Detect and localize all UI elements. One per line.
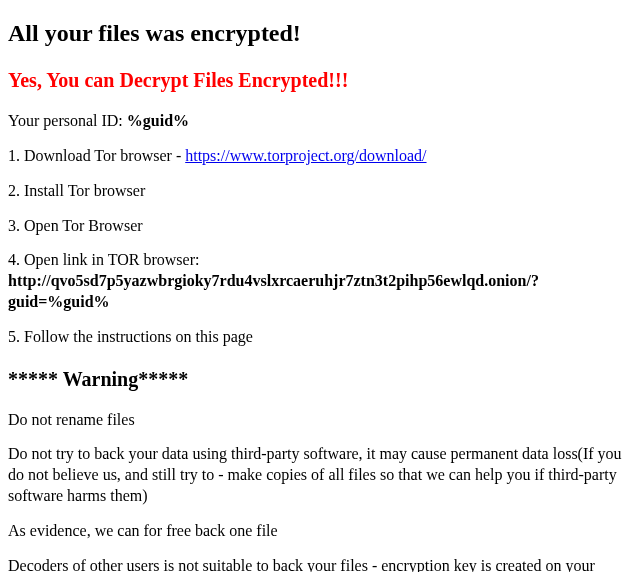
personal-id-prefix: Your personal ID: bbox=[8, 112, 127, 129]
step-1-prefix: 1. Download Tor browser - bbox=[8, 147, 185, 164]
warning-line-2: Do not try to back your data using third… bbox=[8, 444, 635, 506]
step-4-intro: 4. Open link in TOR browser: bbox=[8, 251, 199, 268]
step-2: 2. Install Tor browser bbox=[8, 181, 635, 202]
personal-id-line: Your personal ID: %guid% bbox=[8, 111, 635, 132]
step-5: 5. Follow the instructions on this page bbox=[8, 327, 635, 348]
step-3: 3. Open Tor Browser bbox=[8, 216, 635, 237]
page-title: All your files was encrypted! bbox=[8, 18, 635, 49]
step-1: 1. Download Tor browser - https://www.to… bbox=[8, 146, 635, 167]
warning-line-1: Do not rename files bbox=[8, 410, 635, 431]
warning-line-3: As evidence, we can for free back one fi… bbox=[8, 521, 635, 542]
subtitle: Yes, You can Decrypt Files Encrypted!!! bbox=[8, 67, 635, 93]
warning-header: ***** Warning***** bbox=[8, 366, 635, 392]
warning-line-4: Decoders of other users is not suitable … bbox=[8, 556, 635, 572]
step-4: 4. Open link in TOR browser: http://qvo5… bbox=[8, 250, 635, 312]
tor-download-link[interactable]: https://www.torproject.org/download/ bbox=[185, 147, 426, 164]
onion-url: http://qvo5sd7p5yazwbrgioky7rdu4vslxrcae… bbox=[8, 272, 539, 310]
personal-id-value: %guid% bbox=[127, 112, 189, 129]
